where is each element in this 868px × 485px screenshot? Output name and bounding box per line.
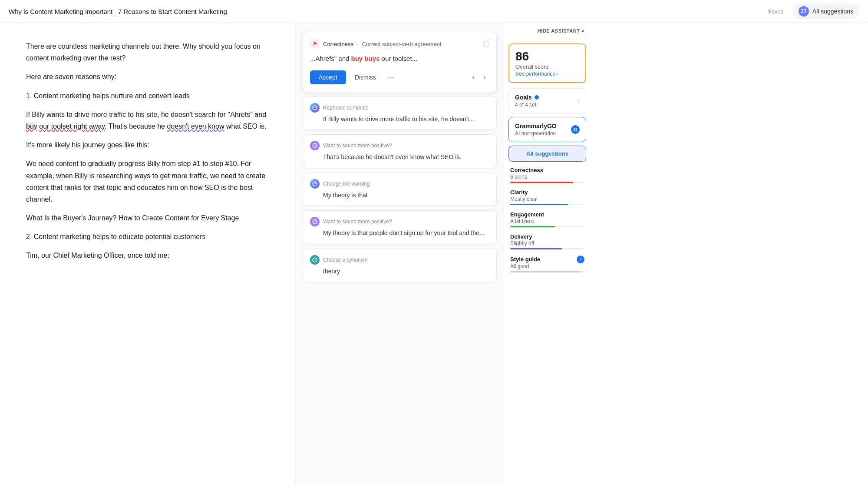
rephrase-type: Rephrase sentence [323,105,368,111]
see-performance-link[interactable]: See performance › [515,71,579,77]
hide-label: HIDE ASSISTANT [538,28,580,33]
delivery-label: Delivery [510,233,584,240]
goals-sub: 4 of 4 set [515,102,578,108]
suggestions-count: 27 [799,6,809,17]
go-left: GrammarlyGO AI text generation [515,123,571,136]
delivery-sub: Slightly off [510,240,584,246]
main-layout: There are countless marketing channels o… [0,23,868,485]
correctness-bar-bg [510,182,584,183]
paragraph-1: There are countless marketing channels o… [26,40,269,64]
clarity-bar [510,204,568,205]
sec-card-header-1: Rephrase sentence [310,103,489,113]
goals-dot-icon [535,95,539,100]
overall-score-label: Overall score [515,63,579,70]
synonym-icon [310,255,320,265]
go-sub: AI text generation [515,130,571,136]
positive-2-icon [310,217,320,226]
underlined-phrase-doesnt: doesn't even know [167,123,224,130]
see-performance-label: See performance [515,71,555,77]
style-guide-row: Style guide ✓ [510,256,584,263]
delivery-bar-bg [510,248,584,249]
metric-engagement[interactable]: Engagement A bit bland [510,211,584,227]
all-suggestions-pill[interactable]: 27 All suggestions [792,3,859,19]
sec-card-header-4: Want to sound more positive? [310,217,489,226]
preview-strikethrough: buy [351,55,363,62]
suggestion-rephrase[interactable]: Rephrase sentence If Billy wants to driv… [303,96,497,130]
metric-correctness[interactable]: Correctness 6 alerts [510,167,584,183]
wording-text: My theory is that [310,191,489,200]
prev-suggestion-button[interactable]: ‹ [469,71,478,83]
paragraph-5: It's more likely his journey goes like t… [26,139,269,151]
correctness-bar [510,182,573,183]
card-text-preview: ...Ahrefs" and buy buys our toolset... [310,54,489,64]
preview-before: ...Ahrefs" and [310,55,351,62]
score-card[interactable]: 86 Overall score See performance › [508,43,586,83]
suggestion-synonym[interactable]: Choose a synonym theory [303,249,497,282]
paragraph-6: We need content to gradually progress Bi… [26,158,269,205]
engagement-label: Engagement [510,211,584,218]
grammarly-go-icon: G [571,125,580,134]
card-type: Correctness [323,41,353,47]
positive-1-type: Want to sound more positive? [323,143,392,149]
svg-point-3 [313,219,317,224]
editor-area[interactable]: There are countless marketing channels o… [0,23,295,485]
suggestions-panel: ⚑ Correctness · Correct subject-verb agr… [295,23,504,485]
underlined-text-toolset: our toolset right away [39,123,105,130]
main-suggestion-card: ⚑ Correctness · Correct subject-verb agr… [303,32,497,92]
more-options-button[interactable]: ··· [385,70,397,85]
metric-delivery[interactable]: Delivery Slightly off [510,233,584,249]
hide-chevron-icon: » [581,28,584,33]
right-sidebar: HIDE ASSISTANT » 86 Overall score See pe… [504,23,591,485]
sec-card-header-2: Want to sound more positive? [310,141,489,150]
positive-2-text: My theory is that people don't sign up f… [310,229,489,238]
wording-icon [310,179,320,189]
style-guide-bar [510,271,581,272]
correctness-icon: ⚑ [310,39,320,49]
engagement-sub: A bit bland [510,218,584,224]
paragraph-7: What Is the Buyer's Journey? How to Crea… [26,212,269,224]
grammarly-go-card[interactable]: GrammarlyGO AI text generation G [508,117,586,142]
wording-type: Change the wording [323,181,370,187]
card-detail: Correct subject-verb agreement [362,41,442,47]
synonym-type: Choose a synonym [323,257,368,263]
doc-title: Why is Content Marketing Important_ 7 Re… [9,8,759,15]
suggestion-change-wording[interactable]: Change the wording My theory is that [303,173,497,206]
metric-clarity[interactable]: Clarity Mostly clear [510,189,584,205]
preview-after: our toolset... [382,55,418,62]
suggestion-positive-2[interactable]: Want to sound more positive? My theory i… [303,210,497,244]
suggestion-positive-1[interactable]: Want to sound more positive? That's beca… [303,134,497,168]
rephrase-text: If Billy wants to drive more traffic to … [310,115,489,124]
all-suggestions-button[interactable]: All suggestions [508,146,586,162]
correctness-label: Correctness [510,167,584,173]
dismiss-button[interactable]: Dismiss [350,70,381,84]
header: Why is Content Marketing Important_ 7 Re… [0,0,868,23]
overall-score-number: 86 [515,50,579,63]
highlighted-word-buy[interactable]: buy [26,123,37,130]
synonym-text: theory [310,267,489,276]
goals-title: Goals [515,94,578,101]
positive-1-icon [310,141,320,150]
saved-badge: Saved [768,8,784,15]
paragraph-4: If Billy wants to drive more traffic to … [26,109,269,132]
hide-assistant-button[interactable]: HIDE ASSISTANT » [504,23,591,39]
clarity-label: Clarity [510,189,584,196]
metric-style-guide[interactable]: Style guide ✓ All good [510,256,584,272]
info-icon[interactable]: ⓘ [483,40,489,48]
clarity-sub: Mostly clear [510,196,584,202]
positive-1-text: That's because he doesn't even know what… [310,153,489,162]
style-guide-label: Style guide [510,256,540,262]
card-header: ⚑ Correctness · Correct subject-verb agr… [310,39,489,49]
correctness-sub: 6 alerts [510,174,584,180]
preview-insert: buys [364,55,380,62]
next-suggestion-button[interactable]: › [480,71,489,83]
go-title: GrammarlyGO [515,123,571,130]
style-guide-sub: All good [510,263,584,269]
metrics-list: Correctness 6 alerts Clarity Mostly clea… [504,163,591,276]
sec-card-header-5: Choose a synonym [310,255,489,265]
card-actions: Accept Dismiss ··· ‹ › [310,70,489,85]
see-performance-chevron-icon: › [556,71,558,77]
engagement-bar [510,226,555,227]
accept-button[interactable]: Accept [310,70,346,84]
goals-card[interactable]: Goals 4 of 4 set › [508,88,586,113]
paragraph-9: Tim, our Chief Marketing Officer, once t… [26,249,269,261]
